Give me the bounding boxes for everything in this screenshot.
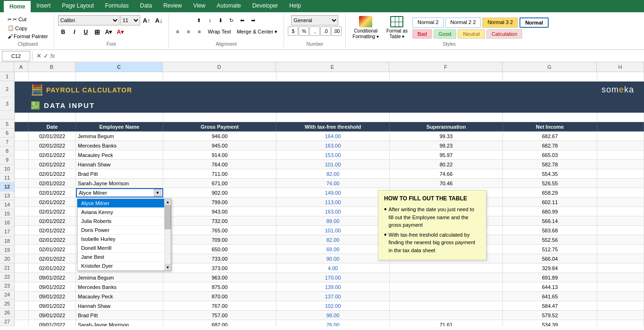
formula-input[interactable] (59, 53, 642, 59)
cell[interactable] (15, 292, 29, 301)
scroll-down-button[interactable]: ▼ (165, 264, 171, 271)
col-header-h[interactable]: H (597, 62, 644, 72)
cell[interactable] (15, 160, 29, 169)
cell[interactable]: 943.00 (163, 207, 276, 216)
row-num-16[interactable]: 16 (0, 218, 14, 227)
cell[interactable] (15, 198, 29, 207)
copy-button[interactable]: 📋 Copy (6, 24, 50, 32)
cell[interactable]: 799.00 (163, 198, 276, 207)
dropdown-list-item[interactable]: Julia Roberts (77, 217, 164, 226)
cell[interactable]: Jemima Begum (76, 132, 163, 141)
cell[interactable]: 02/01/2022 (29, 226, 76, 235)
cell[interactable]: 641.65 (503, 292, 597, 301)
cell[interactable]: 709.00 (163, 235, 276, 245)
cell[interactable]: 149.00 (276, 188, 390, 198)
percent-button[interactable]: % (299, 26, 309, 36)
cell[interactable] (15, 254, 29, 264)
format-as-table-button[interactable]: Format asTable ▾ (384, 15, 410, 41)
cell[interactable]: 09/01/2022 (29, 292, 76, 301)
row-num-2[interactable]: 2 (0, 81, 14, 97)
row-num-12[interactable]: 12 (0, 182, 14, 191)
cell[interactable] (15, 226, 29, 235)
cell[interactable]: 163.00 (276, 207, 390, 216)
cell[interactable]: 02/01/2022 (29, 235, 76, 245)
wrap-text-button[interactable]: Wrap Text (206, 26, 234, 37)
cell[interactable]: Macauley Peck (76, 292, 163, 301)
font-size-select[interactable]: 11 (120, 15, 140, 25)
cell[interactable]: 583.68 (503, 226, 597, 235)
cell[interactable]: 69.00 (276, 245, 390, 254)
cell[interactable] (15, 264, 29, 273)
cell[interactable]: 71.61 (390, 320, 503, 326)
row-num-9[interactable]: 9 (0, 156, 14, 165)
cell[interactable]: 945.00 (163, 141, 276, 150)
cell[interactable] (15, 179, 29, 188)
row-num-20[interactable]: 20 (0, 255, 14, 264)
scroll-up-button[interactable]: ▲ (165, 199, 171, 206)
align-bottom-button[interactable]: ⬇ (216, 15, 226, 25)
cell[interactable]: 02/01/2022 (29, 198, 76, 207)
cell[interactable]: 682.78 (503, 141, 597, 150)
cell-f1[interactable] (390, 72, 503, 82)
dropdown-arrow-button[interactable]: ▼ (154, 189, 161, 197)
cell-b4[interactable] (29, 113, 76, 122)
decrease-font-button[interactable]: A↓ (153, 15, 165, 25)
cell[interactable]: 163.00 (276, 141, 390, 150)
style-normal32[interactable]: Normal 3 2 (482, 17, 518, 28)
cell[interactable] (15, 245, 29, 254)
align-top-button[interactable]: ⬆ (194, 15, 204, 25)
border-button[interactable]: ⊞ (92, 27, 102, 37)
cell[interactable]: Hannah Shaw (76, 160, 163, 169)
cell[interactable]: 02/01/2022 (29, 245, 76, 254)
font-family-select[interactable]: Calibri (58, 15, 119, 25)
cell[interactable]: 680.99 (503, 207, 597, 216)
cell[interactable]: Brad Pitt (76, 311, 163, 320)
cell[interactable] (597, 150, 644, 160)
row-num-27[interactable]: 27 (0, 317, 14, 326)
tab-developer[interactable]: Developer (247, 0, 284, 12)
row-num-21[interactable]: 21 (0, 264, 14, 272)
cell[interactable]: Jemima Begum (76, 273, 163, 282)
cell[interactable]: Alyce Milner▼Alyce MilnerAviana KennyJul… (76, 188, 163, 198)
cell[interactable] (15, 301, 29, 311)
row-num-14[interactable]: 14 (0, 200, 14, 209)
cell[interactable]: 89.00 (276, 216, 390, 226)
row-num-18[interactable]: 18 (0, 237, 14, 246)
style-normal22[interactable]: Normal 2 2 (445, 17, 481, 28)
row-num-15[interactable]: 15 (0, 209, 14, 218)
cell[interactable]: 02/01/2022 (29, 150, 76, 160)
cell[interactable]: 732.00 (163, 216, 276, 226)
align-right-button[interactable]: ≡ (194, 26, 205, 37)
cell[interactable]: 946.00 (163, 132, 276, 141)
cell-d4[interactable] (163, 113, 276, 122)
cell[interactable]: 711.00 (163, 169, 276, 179)
cell[interactable] (597, 169, 644, 179)
cell[interactable] (597, 198, 644, 207)
cell[interactable]: 02/01/2022 (29, 254, 76, 264)
indent-increase-button[interactable]: ➡ (248, 15, 259, 25)
cell[interactable] (597, 160, 644, 169)
cell[interactable]: 09/01/2022 (29, 301, 76, 311)
cell[interactable]: 99.33 (390, 132, 503, 141)
cell[interactable]: 526.55 (503, 179, 597, 188)
tab-page-layout[interactable]: Page Layout (56, 0, 99, 12)
cell[interactable]: 733.00 (163, 254, 276, 264)
cell[interactable]: 101.00 (276, 160, 390, 169)
cell[interactable]: 82.00 (276, 235, 390, 245)
cell-e1[interactable] (276, 72, 390, 82)
row-num-22[interactable]: 22 (0, 272, 14, 281)
row-num-19[interactable]: 19 (0, 246, 14, 255)
cell-c1[interactable] (76, 72, 163, 82)
decimal-decrease-button[interactable]: .00 (331, 26, 342, 36)
dropdown-list-item[interactable]: Kristofer Dyer (77, 262, 164, 271)
cell[interactable]: 09/01/2022 (29, 282, 76, 292)
cell[interactable] (15, 141, 29, 150)
name-box[interactable] (2, 51, 30, 61)
cell[interactable] (597, 188, 644, 198)
cell[interactable] (597, 282, 644, 292)
row-num-17[interactable]: 17 (0, 227, 14, 236)
increase-font-button[interactable]: A↑ (141, 15, 152, 25)
row-num-24[interactable]: 24 (0, 290, 14, 299)
tab-data[interactable]: Data (134, 0, 158, 12)
col-header-b[interactable]: B (28, 62, 75, 72)
